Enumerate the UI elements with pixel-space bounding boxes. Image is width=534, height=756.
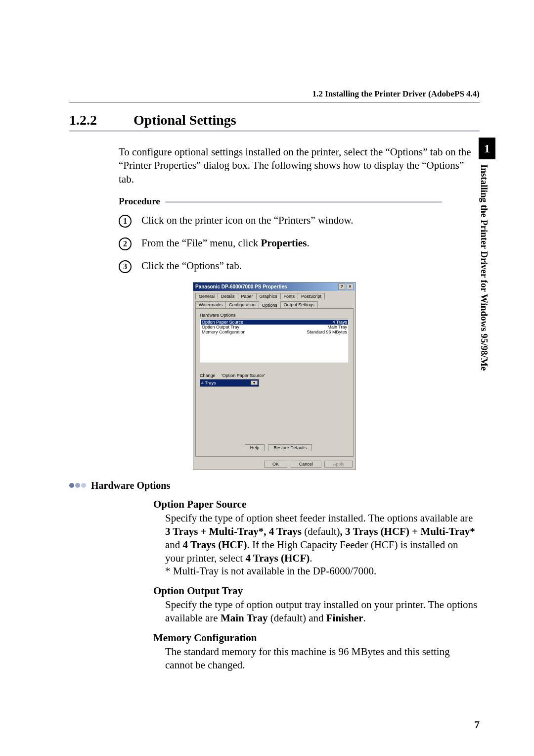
chapter-side-tab: 1 Installing the Printer Driver for Wind…: [479, 138, 495, 386]
step-3: 3 Click the “Options” tab.: [119, 259, 480, 273]
step-2-text-bold: Properties: [261, 237, 307, 249]
option-output-tray-block: Option Output Tray Specify the type of o…: [153, 585, 480, 625]
section-heading-row: 1.2.2 Optional Settings: [69, 112, 480, 132]
intro-paragraph: To configure optional settings installed…: [119, 145, 480, 186]
cancel-button[interactable]: Cancel: [291, 461, 321, 468]
option-memory-body: The standard memory for this machine is …: [165, 645, 480, 672]
hardware-options-heading: Hardware Options: [91, 480, 170, 491]
chevron-down-icon: ▼: [251, 380, 258, 385]
list-row-paper-source[interactable]: Option Paper Source 4 Trays: [201, 320, 348, 325]
list-item-value: Main Tray: [327, 325, 347, 330]
dropdown-value: 4 Trays: [201, 380, 216, 385]
chapter-title-vertical: Installing the Printer Driver for Window…: [479, 164, 490, 387]
list-item-name: Memory Configuration: [202, 330, 246, 334]
hardware-options-subheading: Hardware Options: [69, 480, 480, 491]
option-output-tray-title: Option Output Tray: [153, 585, 480, 597]
list-row-memory[interactable]: Memory Configuration Standard 96 MBytes: [201, 330, 348, 334]
change-label: Change: [200, 373, 216, 378]
dialog-tabs-row1: General Details Paper Graphics Fonts Pos…: [193, 291, 356, 299]
chapter-number-badge: 1: [479, 138, 495, 159]
tab-options[interactable]: Options: [259, 302, 281, 309]
option-memory-block: Memory Configuration The standard memory…: [153, 632, 480, 672]
tab-details[interactable]: Details: [218, 293, 238, 299]
step-3-text: Click the “Options” tab.: [141, 259, 242, 273]
dialog-body: Hardware Options Option Paper Source 4 T…: [195, 308, 354, 457]
step-1: 1 Click on the printer icon on the “Prin…: [119, 214, 480, 228]
dialog-tabs-row2: Watermarks Configuration Options Output …: [193, 299, 356, 308]
hardware-options-list[interactable]: Option Paper Source 4 Trays Option Outpu…: [200, 319, 349, 363]
tab-postscript[interactable]: PostScript: [298, 293, 325, 299]
step-1-text: Click on the printer icon on the “Printe…: [141, 214, 353, 227]
apply-button[interactable]: Apply: [324, 461, 353, 468]
change-caption: 'Option Paper Source': [222, 373, 265, 378]
step-2: 2 From the “File” menu, click Properties…: [119, 236, 480, 250]
section-title: Optional Settings: [134, 112, 236, 128]
step-number-icon: 2: [119, 237, 132, 250]
option-paper-source-block: Option Paper Source Specify the type of …: [153, 498, 480, 578]
step-number-icon: 1: [119, 215, 132, 228]
properties-dialog-screenshot: Panasonic DP-6000/7000 PS Properties ? ×…: [193, 282, 356, 470]
step-number-icon: 3: [119, 260, 132, 273]
procedure-label: Procedure: [119, 196, 480, 207]
tab-output-settings[interactable]: Output Settings: [280, 301, 318, 308]
tab-general[interactable]: General: [195, 293, 218, 299]
tab-graphics[interactable]: Graphics: [256, 293, 281, 299]
step-2-text: From the “File” menu, click Properties.: [141, 236, 310, 250]
change-dropdown[interactable]: 4 Trays ▼: [200, 379, 259, 387]
tab-fonts[interactable]: Fonts: [280, 293, 299, 299]
list-item-value: 4 Trays: [332, 320, 347, 325]
dialog-close-icon[interactable]: ×: [347, 284, 354, 290]
step-2-text-post: .: [307, 237, 309, 249]
tab-paper[interactable]: Paper: [238, 293, 257, 299]
option-memory-title: Memory Configuration: [153, 632, 480, 644]
list-item-name: Option Paper Source: [202, 320, 243, 325]
help-button[interactable]: Help: [245, 444, 265, 451]
change-row: Change 'Option Paper Source' 4 Trays ▼: [200, 373, 349, 387]
page-number: 7: [474, 718, 480, 731]
hardware-options-label: Hardware Options: [200, 313, 349, 318]
option-output-tray-body: Specify the type of option output tray i…: [165, 598, 480, 625]
tab-watermarks[interactable]: Watermarks: [195, 301, 226, 308]
tab-configuration[interactable]: Configuration: [225, 301, 259, 308]
option-paper-source-title: Option Paper Source: [153, 498, 480, 511]
restore-defaults-button[interactable]: Restore Defaults: [268, 444, 312, 451]
step-2-text-pre: From the “File” menu, click: [141, 237, 261, 249]
dialog-help-icon[interactable]: ?: [338, 284, 345, 290]
list-item-name: Option Output Tray: [202, 325, 239, 330]
ok-button[interactable]: OK: [264, 461, 287, 468]
dialog-inner-buttons: Help Restore Defaults: [200, 444, 357, 451]
list-row-output-tray[interactable]: Option Output Tray Main Tray: [201, 325, 348, 330]
running-head: 1.2 Installing the Printer Driver (Adobe…: [69, 89, 480, 102]
bullet-decor-icon: [69, 483, 87, 488]
section-number: 1.2.2: [69, 112, 134, 128]
dialog-title-text: Panasonic DP-6000/7000 PS Properties: [195, 284, 287, 289]
list-item-value: Standard 96 MBytes: [307, 330, 347, 334]
dialog-title-bar: Panasonic DP-6000/7000 PS Properties ? ×: [193, 283, 356, 291]
option-paper-source-body: Specify the type of option sheet feeder …: [165, 512, 480, 578]
dialog-footer-buttons: OK Cancel Apply: [193, 459, 356, 470]
